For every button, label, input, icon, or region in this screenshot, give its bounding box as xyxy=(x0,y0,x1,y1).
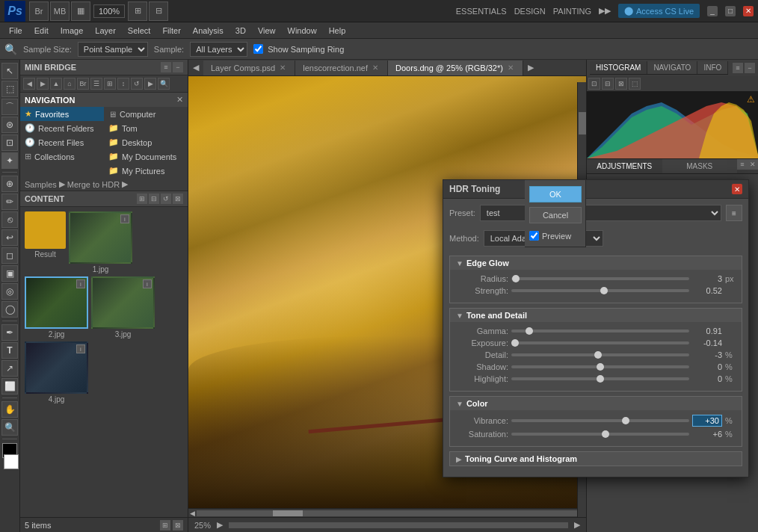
menu-help[interactable]: Help xyxy=(323,25,352,37)
detail-slider[interactable] xyxy=(511,353,689,356)
show-sampling-ring-checkbox[interactable] xyxy=(253,44,263,54)
maximize-btn[interactable]: □ xyxy=(725,6,736,16)
background-color[interactable] xyxy=(4,454,19,469)
close-btn[interactable]: ✕ xyxy=(743,6,754,16)
tab-doors-close[interactable]: ✕ xyxy=(506,64,515,72)
eraser-tool[interactable]: ◻ xyxy=(1,247,18,264)
view-btn[interactable]: ⊞ xyxy=(128,1,147,21)
nav-desktop[interactable]: 📁 Desktop xyxy=(104,135,188,149)
lasso-tool[interactable]: ⌒ xyxy=(1,99,18,115)
toning-curve-header[interactable]: ▶ Toning Curve and Histogram xyxy=(450,452,742,466)
breadcrumb-samples[interactable]: Samples xyxy=(25,180,57,189)
workspace-painting[interactable]: PAINTING xyxy=(553,7,591,16)
thumbnail-size-btn[interactable]: ⊠ xyxy=(173,520,183,531)
gradient-tool[interactable]: ▣ xyxy=(1,265,18,282)
show-sampling-ring-label[interactable]: Show Sampling Ring xyxy=(253,44,344,54)
hdr-cancel-button[interactable]: Cancel xyxy=(529,207,582,223)
list-item[interactable]: i 4.jpg xyxy=(25,341,88,403)
tab-lenscorrection-close[interactable]: ✕ xyxy=(371,64,380,72)
search-btn[interactable]: 🔍 xyxy=(158,78,170,90)
sort-content-btn[interactable]: ⊞ xyxy=(137,194,147,204)
menu-file[interactable]: File xyxy=(3,25,28,37)
layout-btn[interactable]: ▦ xyxy=(71,1,90,21)
quick-select-tool[interactable]: ⊛ xyxy=(1,117,18,133)
filter-content-btn[interactable]: ⊟ xyxy=(149,194,159,204)
list-item[interactable]: Result xyxy=(25,211,66,273)
sample-select[interactable]: All Layers xyxy=(190,42,247,57)
arrange-btn[interactable]: ⊟ xyxy=(149,1,168,21)
spot-heal-tool[interactable]: ⊕ xyxy=(1,176,18,192)
rotate-btn[interactable]: ↺ xyxy=(131,78,143,90)
up-btn[interactable]: ▲ xyxy=(50,78,62,90)
hist-ctrl-1[interactable]: ⊡ xyxy=(588,78,600,90)
pen-tool[interactable]: ✒ xyxy=(1,324,18,341)
horizontal-scrollbar[interactable]: ◀ ▶ xyxy=(188,508,586,517)
tab-masks[interactable]: MASKS xyxy=(662,159,738,173)
bridge-open-btn[interactable]: Br xyxy=(77,78,89,90)
access-cs-live[interactable]: ⬤ Access CS Live xyxy=(618,4,700,18)
vibrance-slider[interactable] xyxy=(511,419,689,422)
menu-3d[interactable]: 3D xyxy=(229,25,252,37)
hand-tool[interactable]: ✋ xyxy=(1,401,18,418)
nav-collections[interactable]: ⊞ Collections xyxy=(20,149,104,164)
menu-analysis[interactable]: Analysis xyxy=(187,25,229,37)
mini-bridge-btn[interactable]: MB xyxy=(50,1,70,21)
dodge-tool[interactable]: ◯ xyxy=(1,301,18,318)
menu-select[interactable]: Select xyxy=(122,25,157,37)
tab-navigator[interactable]: NAVIGATO xyxy=(647,61,697,74)
show-nav-btn[interactable]: ☰ xyxy=(90,78,102,90)
scroll-left-btn[interactable]: ◀ xyxy=(190,510,195,517)
menu-image[interactable]: Image xyxy=(55,25,90,37)
move-tool[interactable]: ↖ xyxy=(1,63,18,79)
hist-settings-btn[interactable]: ≡ xyxy=(733,63,743,73)
tab-info[interactable]: INFO xyxy=(697,61,728,74)
tab-scroll-right[interactable]: ▶ xyxy=(523,60,538,75)
bridge-btn[interactable]: Br xyxy=(29,1,49,21)
gamma-slider[interactable] xyxy=(511,330,689,332)
strength-slider[interactable] xyxy=(511,289,689,292)
nav-recent-folders[interactable]: 🕐 Recent Folders xyxy=(20,121,104,135)
shadow-slider[interactable] xyxy=(511,365,689,368)
shape-tool[interactable]: ⬜ xyxy=(1,378,18,395)
tone-detail-header[interactable]: ▼ Tone and Detail xyxy=(450,309,742,322)
minimize-btn[interactable]: _ xyxy=(707,6,718,16)
edge-glow-header[interactable]: ▼ Edge Glow xyxy=(450,256,742,270)
hist-minimize-btn[interactable]: − xyxy=(745,63,755,73)
nav-recent-files[interactable]: 🕐 Recent Files xyxy=(20,135,104,149)
nav-section-header[interactable]: NAVIGATION ✕ xyxy=(20,93,188,107)
preset-select[interactable]: test xyxy=(480,205,721,221)
mini-bridge-minimize-btn[interactable]: − xyxy=(173,62,183,72)
type-tool[interactable]: T xyxy=(1,342,18,359)
nav-tom[interactable]: 📁 Tom xyxy=(104,121,188,135)
color-header[interactable]: ▼ Color xyxy=(450,397,742,410)
sort-btn[interactable]: ↕ xyxy=(117,78,129,90)
path-select-tool[interactable]: ↗ xyxy=(1,360,18,377)
home-btn[interactable]: ⌂ xyxy=(64,78,76,90)
tab-histogram[interactable]: HISTOGRAM xyxy=(590,61,647,74)
marquee-tool[interactable]: ⬚ xyxy=(1,81,18,97)
hdr-ok-button[interactable]: OK xyxy=(529,186,582,202)
tab-scroll-left[interactable]: ◀ xyxy=(188,60,203,75)
tab-lenscorrection[interactable]: lenscorrection.nef ✕ xyxy=(295,61,388,75)
breadcrumb-merge[interactable]: Merge to HDR xyxy=(67,180,120,189)
hdr-preview-checkbox[interactable] xyxy=(529,231,539,241)
menu-filter[interactable]: Filter xyxy=(156,25,186,37)
adj-settings-btn[interactable]: ≡ xyxy=(737,159,748,170)
more-workspaces-btn[interactable]: ▶▶ xyxy=(599,6,611,16)
canvas-nav-right[interactable]: ▶ xyxy=(574,520,580,530)
slideshow-btn[interactable]: ▶ xyxy=(144,78,156,90)
adj-close-btn[interactable]: ✕ xyxy=(748,159,758,170)
clone-tool[interactable]: ⎋ xyxy=(1,211,18,228)
filter-btn[interactable]: ⊞ xyxy=(104,78,116,90)
zoom-nav-btn[interactable]: ▶ xyxy=(217,520,223,530)
rotate-content-btn[interactable]: ↺ xyxy=(161,194,171,204)
blur-tool[interactable]: ◎ xyxy=(1,283,18,300)
nav-my-pictures[interactable]: 📁 My Pictures xyxy=(104,164,188,178)
nav-favorites[interactable]: ★ Favorites xyxy=(20,107,104,121)
menu-view[interactable]: View xyxy=(252,25,282,37)
menu-layer[interactable]: Layer xyxy=(89,25,122,37)
mini-bridge-settings-btn[interactable]: ≡ xyxy=(161,62,171,72)
tab-doors[interactable]: Doors.dng @ 25% (RGB/32*) ✕ xyxy=(388,61,523,75)
exposure-slider[interactable] xyxy=(511,341,689,344)
list-item[interactable]: i 1.jpg xyxy=(69,211,132,273)
